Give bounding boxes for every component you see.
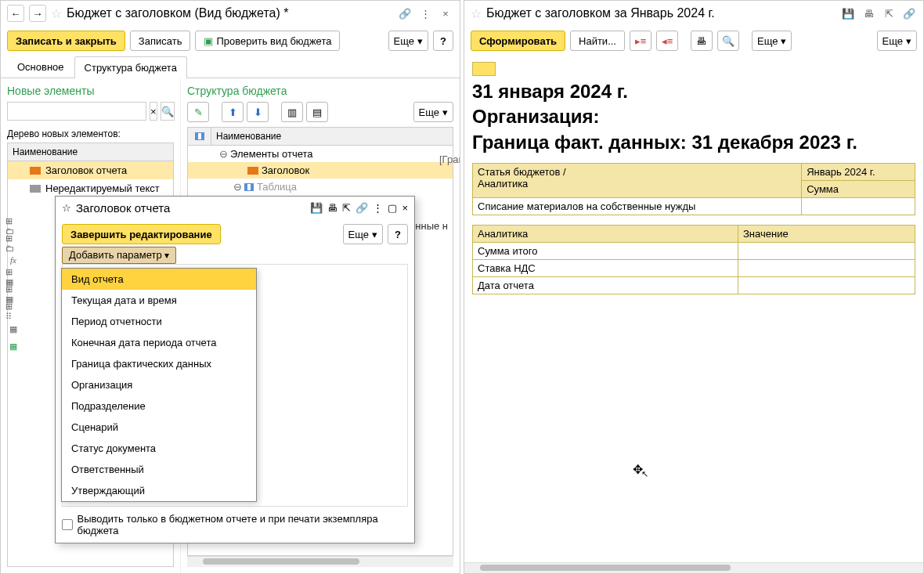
t2-header-analytics: Аналитика [473, 226, 738, 243]
dd-item-approver[interactable]: Утверждающий [62, 480, 256, 501]
dd-item-fact-boundary[interactable]: Граница фактических данных [62, 353, 256, 374]
more-button-left[interactable]: Еще ▾ [388, 31, 428, 51]
maximize-icon[interactable]: ▢ [388, 202, 397, 214]
collapse-tree-button[interactable]: ◂≡ [656, 31, 678, 51]
side-icon-1: ⊞ 🗀 [5, 218, 21, 233]
side-icon-6: ⊞ ⠿ [5, 305, 21, 319]
close-icon[interactable]: × [402, 202, 408, 214]
t2-header-value: Значение [738, 226, 915, 243]
preview-button[interactable]: 🔍 [717, 31, 739, 51]
tree-row-header[interactable]: Заголовок отчета [8, 161, 173, 179]
toggle-rows-button[interactable]: ▤ [306, 102, 328, 122]
kebab-icon[interactable]: ⋮ [373, 202, 383, 214]
show-only-in-report-checkbox[interactable] [62, 519, 73, 530]
chevron-down-icon: ▾ [906, 35, 911, 47]
t2-row-date: Дата отчета [473, 277, 738, 294]
more-button-right-1[interactable]: Еще ▾ [752, 31, 792, 51]
find-button[interactable]: Найти... [570, 31, 625, 51]
save-icon[interactable]: 💾 [310, 202, 323, 214]
favorite-icon[interactable]: ☆ [62, 202, 71, 214]
dd-item-doc-status[interactable]: Статус документа [62, 438, 256, 459]
move-up-button[interactable]: ⬆ [222, 102, 244, 122]
side-icon-7: ▦ [5, 322, 21, 336]
report-header-icon [247, 167, 258, 175]
clear-search-button[interactable]: × [150, 102, 157, 121]
check-budget-button[interactable]: ▣ Проверить вид бюджета [195, 31, 340, 51]
table-icon [244, 183, 254, 191]
t1-row-materials: Списание материалов на собственные нужды [473, 198, 802, 215]
export-icon[interactable]: ⇱ [342, 202, 351, 214]
struct-row-table[interactable]: ⊖ Таблица [188, 179, 453, 195]
new-elements-title: Новые элементы [7, 85, 174, 97]
favorite-icon[interactable]: ☆ [51, 6, 62, 21]
print-icon[interactable]: 🖶 [861, 5, 876, 21]
tab-main[interactable]: Основное [7, 56, 74, 78]
save-and-close-button[interactable]: Записать и закрыть [7, 31, 125, 51]
link-icon[interactable]: 🔗 [397, 5, 413, 21]
noneditable-text-icon [30, 185, 41, 193]
favorite-icon[interactable]: ☆ [471, 6, 482, 21]
nav-back-button[interactable]: ← [7, 5, 24, 22]
chevron-down-icon: ▾ [781, 35, 786, 47]
t1-header-period: Январь 2024 г. [802, 164, 915, 181]
popup-more-button[interactable]: Еще ▾ [343, 224, 383, 244]
dd-item-end-date[interactable]: Конечная дата периода отчета [62, 332, 256, 353]
print-button[interactable]: 🖶 [691, 31, 713, 51]
generate-button[interactable]: Сформировать [471, 31, 565, 51]
dd-item-period[interactable]: Период отчетности [62, 311, 256, 332]
search-button[interactable]: 🔍 [161, 102, 175, 121]
struct-more-button[interactable]: Еще ▾ [413, 102, 453, 122]
report-heading-boundary: Граница факт. данных: 31 декабря 2023 г. [472, 130, 915, 155]
link-icon[interactable]: 🔗 [901, 5, 917, 21]
dd-item-organization[interactable]: Организация [62, 374, 256, 395]
expander-icon[interactable]: ⊖ [219, 148, 227, 160]
popup-help-button[interactable]: ? [388, 224, 408, 244]
add-parameter-button[interactable]: Добавить параметр ▾ [62, 247, 176, 264]
close-icon[interactable]: × [438, 5, 453, 21]
side-icon-2: ⊞ 🗀 [5, 236, 21, 250]
new-elements-search-input[interactable] [7, 102, 146, 121]
h-scrollbar-right[interactable] [464, 562, 923, 573]
export-icon[interactable]: ⇱ [881, 5, 897, 21]
checkbox-label: Выводить только в бюджетном отчете и при… [78, 513, 409, 536]
save-icon[interactable]: 💾 [840, 5, 856, 21]
save-button[interactable]: Записать [130, 31, 191, 51]
dd-item-report-type[interactable]: Вид отчета [62, 269, 256, 290]
window-title-right: Бюджет с заголовком за Январь 2024 г. [486, 6, 836, 20]
tab-structure[interactable]: Структура бюджета [74, 56, 187, 78]
chevron-down-icon: ▾ [442, 106, 448, 118]
nav-forward-button[interactable]: → [29, 5, 46, 22]
t1-header-article: Статья бюджетов /Аналитика [473, 164, 802, 198]
report-table-2: Аналитика Значение Сумма итого Ставка НД… [472, 225, 915, 294]
struct-col-icon-header [188, 128, 211, 145]
kebab-icon[interactable]: ⋮ [417, 5, 433, 21]
help-button-left[interactable]: ? [433, 31, 453, 51]
expand-tree-button[interactable]: ▸≡ [630, 31, 651, 51]
move-down-button[interactable]: ⬇ [247, 102, 269, 122]
edit-button[interactable]: ✎ [187, 102, 209, 122]
link-icon[interactable]: 🔗 [356, 202, 368, 214]
struct-row-header[interactable]: Заголовок [188, 162, 453, 179]
struct-row-report-elements[interactable]: ⊖ Элементы отчета [188, 146, 453, 162]
dd-item-scenario[interactable]: Сценарий [62, 417, 256, 438]
popup-title: Заголовок отчета [76, 201, 305, 215]
h-scrollbar[interactable] [187, 556, 453, 567]
tree-row-text[interactable]: Нередактируемый текст [8, 179, 173, 197]
report-selection-corner[interactable] [472, 62, 496, 76]
expander-icon[interactable]: ⊖ [233, 181, 241, 193]
dd-item-department[interactable]: Подразделение [62, 395, 256, 417]
print-icon[interactable]: 🖶 [327, 202, 337, 214]
report-heading-org: Организация: [472, 104, 915, 129]
tree-caption: Дерево новых элементов: [7, 128, 174, 139]
toggle-cols-button[interactable]: ▥ [281, 102, 303, 122]
report-table-1: Статья бюджетов /Аналитика Январь 2024 г… [472, 163, 915, 215]
finish-editing-button[interactable]: Завершить редактирование [62, 224, 221, 244]
dd-item-responsible[interactable]: Ответственный [62, 459, 256, 480]
window-title-left: Бюджет с заголовком (Вид бюджета) * [67, 6, 392, 20]
t1-row-value [802, 198, 915, 215]
report-header-icon [30, 167, 41, 175]
more-button-right-2[interactable]: Еще ▾ [877, 31, 917, 51]
chevron-down-icon: ▾ [417, 35, 423, 47]
dd-item-current-datetime[interactable]: Текущая дата и время [62, 290, 256, 311]
report-heading-date: 31 января 2024 г. [472, 79, 915, 104]
